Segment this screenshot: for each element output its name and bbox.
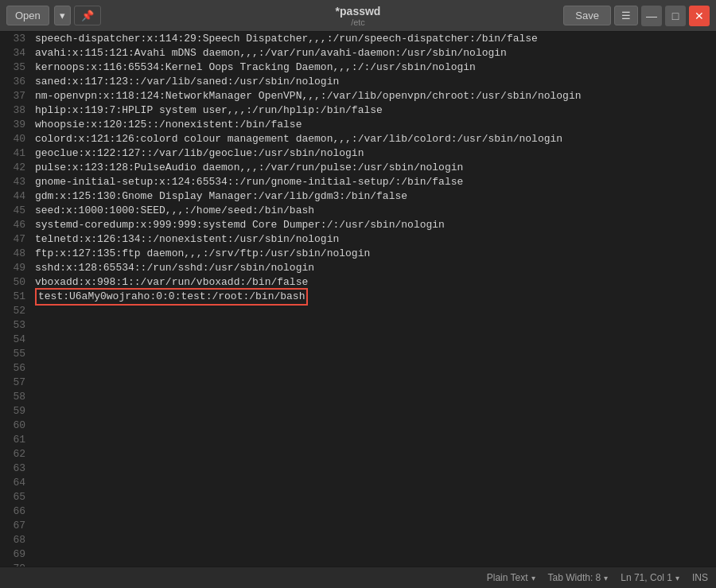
code-line-61 [35, 433, 716, 447]
line-number-37: 37 [6, 89, 25, 103]
code-line-48: ftp:x:127:135:ftp daemon,,,:/srv/ftp:/us… [35, 247, 716, 261]
line-number-63: 63 [6, 461, 25, 476]
plain-text-arrow: ▾ [531, 574, 535, 582]
code-line-56 [35, 361, 716, 376]
cursor-position[interactable]: Ln 71, Col 1 ▾ [621, 572, 679, 583]
line-number-39: 39 [6, 118, 25, 132]
titlebar-left: Open ▾ 📌 [6, 6, 101, 25]
tab-width-label: Tab Width: 8 [548, 572, 601, 583]
line-number-65: 65 [6, 490, 25, 504]
line-number-55: 55 [6, 347, 25, 361]
code-line-49: sshd:x:128:65534::/run/sshd:/usr/sbin/no… [35, 261, 716, 275]
line-number-44: 44 [6, 189, 25, 204]
code-line-65 [35, 490, 716, 504]
code-line-42: pulse:x:123:128:PulseAudio daemon,,,:/va… [35, 161, 716, 175]
code-line-63 [35, 461, 716, 476]
minimize-button[interactable]: — [641, 6, 662, 26]
line-number-41: 41 [6, 146, 25, 161]
line-number-56: 56 [6, 361, 25, 376]
line-number-53: 53 [6, 318, 25, 333]
code-line-38: hplip:x:119:7:HPLIP system user,,,:/run/… [35, 103, 716, 118]
ins-label: INS [692, 572, 708, 583]
code-line-69 [35, 547, 716, 562]
line-number-51: 51 [6, 290, 25, 304]
code-line-51: test:U6aMy0wojraho:0:0:test:/root:/bin/b… [35, 290, 716, 304]
open-dropdown-button[interactable]: ▾ [54, 6, 71, 25]
code-line-39: whoopsie:x:120:125::/nonexistent:/bin/fa… [35, 118, 716, 132]
plain-text-selector[interactable]: Plain Text ▾ [487, 572, 535, 583]
line-number-35: 35 [6, 60, 25, 75]
code-line-45: seed:x:1000:1000:SEED,,,:/home/seed:/bin… [35, 204, 716, 218]
code-line-41: geoclue:x:122:127::/var/lib/geoclue:/usr… [35, 146, 716, 161]
code-line-34: avahi:x:115:121:Avahi mDNS daemon,,,:/va… [35, 46, 716, 60]
plain-text-label: Plain Text [487, 572, 528, 583]
code-line-60 [35, 419, 716, 433]
line-number-60: 60 [6, 419, 25, 433]
titlebar-center: *passwd /etc [336, 5, 381, 27]
line-number-58: 58 [6, 390, 25, 404]
line-number-69: 69 [6, 547, 25, 562]
open-label: Open [15, 10, 41, 21]
statusbar: Plain Text ▾ Tab Width: 8 ▾ Ln 71, Col 1… [0, 567, 716, 588]
titlebar: Open ▾ 📌 *passwd /etc Save ☰ — □ ✕ [0, 0, 716, 32]
line-number-50: 50 [6, 275, 25, 290]
line-number-36: 36 [6, 75, 25, 89]
line-number-61: 61 [6, 433, 25, 447]
line-number-57: 57 [6, 376, 25, 390]
editor-container: 3334353637383940414243444546474849505152… [0, 32, 716, 567]
line-number-49: 49 [6, 261, 25, 275]
line-number-42: 42 [6, 161, 25, 175]
pin-button[interactable]: 📌 [74, 6, 101, 25]
line-number-54: 54 [6, 333, 25, 347]
maximize-button[interactable]: □ [665, 6, 686, 26]
line-number-62: 62 [6, 447, 25, 461]
code-line-52 [35, 304, 716, 318]
line-number-47: 47 [6, 232, 25, 247]
line-number-68: 68 [6, 533, 25, 547]
tab-width-selector[interactable]: Tab Width: 8 ▾ [548, 572, 609, 583]
close-button[interactable]: ✕ [689, 6, 710, 26]
code-line-67 [35, 519, 716, 533]
code-line-68 [35, 533, 716, 547]
line-number-34: 34 [6, 46, 25, 60]
code-line-46: systemd-coredump:x:999:999:systemd Core … [35, 218, 716, 232]
code-line-54 [35, 333, 716, 347]
line-number-59: 59 [6, 404, 25, 419]
code-line-40: colord:x:121:126:colord colour managemen… [35, 132, 716, 146]
code-line-37: nm-openvpn:x:118:124:NetworkManager Open… [35, 89, 716, 103]
cursor-label: Ln 71, Col 1 [621, 572, 672, 583]
code-line-57 [35, 376, 716, 390]
code-line-43: gnome-initial-setup:x:124:65534::/run/gn… [35, 175, 716, 189]
line-number-66: 66 [6, 504, 25, 519]
code-line-36: saned:x:117:123::/var/lib/saned:/usr/sbi… [35, 75, 716, 89]
save-button[interactable]: Save [563, 6, 611, 25]
titlebar-right: Save ☰ — □ ✕ [563, 6, 710, 26]
menu-button[interactable]: ☰ [614, 6, 638, 25]
ins-indicator[interactable]: INS [692, 572, 708, 583]
line-number-48: 48 [6, 247, 25, 261]
code-line-59 [35, 404, 716, 419]
line-number-40: 40 [6, 132, 25, 146]
code-line-35: kernoops:x:116:65534:Kernel Oops Trackin… [35, 60, 716, 75]
code-area[interactable]: speech-dispatcher:x:114:29:Speech Dispat… [32, 32, 716, 567]
code-line-53 [35, 318, 716, 333]
code-line-44: gdm:x:125:130:Gnome Display Manager:/var… [35, 189, 716, 204]
code-line-64 [35, 476, 716, 490]
code-line-58 [35, 390, 716, 404]
code-line-62 [35, 447, 716, 461]
file-title: *passwd [336, 5, 381, 18]
code-line-47: telnetd:x:126:134::/nonexistent:/usr/sbi… [35, 232, 716, 247]
line-number-46: 46 [6, 218, 25, 232]
line-numbers: 3334353637383940414243444546474849505152… [0, 32, 32, 567]
line-number-38: 38 [6, 103, 25, 118]
line-number-33: 33 [6, 32, 25, 46]
file-path: /etc [351, 18, 365, 27]
open-button[interactable]: Open [6, 6, 49, 25]
code-line-55 [35, 347, 716, 361]
cursor-arrow: ▾ [675, 574, 679, 582]
line-number-45: 45 [6, 204, 25, 218]
line-number-64: 64 [6, 476, 25, 490]
line-number-43: 43 [6, 175, 25, 189]
highlighted-entry: test:U6aMy0wojraho:0:0:test:/root:/bin/b… [35, 288, 308, 306]
code-line-33: speech-dispatcher:x:114:29:Speech Dispat… [35, 32, 716, 46]
